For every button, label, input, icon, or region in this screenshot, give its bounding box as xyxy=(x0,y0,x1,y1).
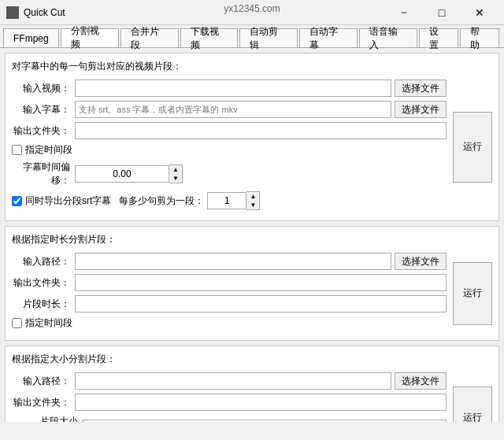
section2-run-button[interactable]: 运行 xyxy=(453,262,492,325)
section-subtitle-split: 对字幕中的每一句剪出对应的视频片段： 输入视频： 选择文件 输入字幕： 选择文件… xyxy=(5,53,499,221)
tabs-bar: FFmpeg 分割视频 合并片段 下载视频 自动剪辑 自动字幕 语音输入 设置 … xyxy=(0,25,504,48)
section2-time-range-row: 指定时间段 xyxy=(12,316,447,330)
output-input[interactable] xyxy=(75,122,447,139)
video-input-row: 输入视频： 选择文件 xyxy=(12,79,447,97)
per-sentence-spinner-btns: ▲ ▼ xyxy=(246,191,260,210)
per-sentence-label: 每多少句剪为一段： xyxy=(119,194,204,208)
export-srt-row: 同时导出分段srt字幕 每多少句剪为一段： ▲ ▼ xyxy=(12,191,447,210)
offset-up-btn[interactable]: ▲ xyxy=(169,165,182,174)
section3-size-label: 片段大小（MB）： xyxy=(12,415,83,422)
section2-path-row: 输入路径： 选择文件 xyxy=(12,253,447,270)
section1-title: 对字幕中的每一句剪出对应的视频片段： xyxy=(12,60,492,73)
time-range-row: 指定时间段 xyxy=(12,143,447,157)
tab-auto-edit[interactable]: 自动剪辑 xyxy=(239,28,298,47)
title-bar: Quick Cut yx12345.com － □ ✕ xyxy=(0,0,504,25)
offset-input[interactable] xyxy=(75,165,169,183)
section1-run-button[interactable]: 运行 xyxy=(453,112,492,183)
tab-settings[interactable]: 设置 xyxy=(419,28,458,47)
offset-down-btn[interactable]: ▼ xyxy=(169,174,182,183)
close-button[interactable]: ✕ xyxy=(461,2,498,24)
section2-path-input[interactable] xyxy=(75,253,391,270)
section3-path-row: 输入路径： 选择文件 xyxy=(12,372,447,390)
section2-title: 根据指定时长分割片段： xyxy=(12,233,492,246)
watermark: yx12345.com xyxy=(224,3,280,14)
section-size-split: 根据指定大小分割片段： 输入路径： 选择文件 输出文件夹： 片段大小（MB）： xyxy=(5,346,499,422)
tab-auto-subtitle[interactable]: 自动字幕 xyxy=(299,28,358,47)
window-controls: － □ ✕ xyxy=(386,2,498,24)
output-label: 输出文件夹： xyxy=(12,124,75,138)
app-title: Quick Cut xyxy=(24,7,386,18)
main-content: 对字幕中的每一句剪出对应的视频片段： 输入视频： 选择文件 输入字幕： 选择文件… xyxy=(0,48,504,422)
section-duration-split: 根据指定时长分割片段： 输入路径： 选择文件 输出文件夹： 片段时长： xyxy=(5,226,499,341)
per-sentence-input[interactable] xyxy=(207,192,246,209)
section2-run: 运行 xyxy=(447,253,492,334)
tab-merge-clip[interactable]: 合并片段 xyxy=(120,28,179,47)
section3-run-button[interactable]: 运行 xyxy=(453,386,492,423)
section3-output-row: 输出文件夹： xyxy=(12,394,447,411)
subtitle-input-row: 输入字幕： 选择文件 xyxy=(12,101,447,118)
subtitle-select-button[interactable]: 选择文件 xyxy=(395,101,447,118)
tab-help[interactable]: 帮助 xyxy=(460,28,499,47)
section3-select-button[interactable]: 选择文件 xyxy=(395,372,447,390)
minimize-button[interactable]: － xyxy=(386,2,422,24)
section2-output-row: 输出文件夹： xyxy=(12,274,447,291)
section3-output-label: 输出文件夹： xyxy=(12,396,75,409)
section3-run: 运行 xyxy=(447,372,492,422)
export-srt-label: 同时导出分段srt字幕 xyxy=(25,194,111,208)
per-sentence-up-btn[interactable]: ▲ xyxy=(246,192,259,201)
section3-output-input[interactable] xyxy=(75,394,447,411)
offset-label: 字幕时间偏移： xyxy=(12,161,75,187)
output-folder-row: 输出文件夹： xyxy=(12,122,447,139)
section3-title: 根据指定大小分割片段： xyxy=(12,353,492,366)
offset-spinner-wrap: ▲ ▼ xyxy=(75,165,447,183)
section2-time-range-checkbox[interactable] xyxy=(12,318,22,328)
section2-path-label: 输入路径： xyxy=(12,255,75,268)
video-select-button[interactable]: 选择文件 xyxy=(395,79,447,97)
offset-spinner-btns: ▲ ▼ xyxy=(169,165,183,183)
section2-select-button[interactable]: 选择文件 xyxy=(395,253,447,270)
tab-ffmpeg[interactable]: FFmpeg xyxy=(3,28,59,47)
per-sentence-down-btn[interactable]: ▼ xyxy=(246,201,259,209)
section2-duration-row: 片段时长： xyxy=(12,295,447,312)
section2-output-input[interactable] xyxy=(75,274,447,291)
app-icon xyxy=(6,6,19,19)
section3-form: 输入路径： 选择文件 输出文件夹： 片段大小（MB）： 指定时间段 xyxy=(12,372,447,422)
section3-path-label: 输入路径： xyxy=(12,375,75,388)
section2-output-label: 输出文件夹： xyxy=(12,276,75,290)
time-range-label: 指定时间段 xyxy=(25,143,72,157)
video-input[interactable] xyxy=(75,79,391,97)
subtitle-label: 输入字幕： xyxy=(12,103,75,116)
offset-row: 字幕时间偏移： ▲ ▼ xyxy=(12,161,447,187)
section1-run: 运行 xyxy=(447,79,492,214)
subtitle-input[interactable] xyxy=(75,101,391,118)
export-srt-checkbox[interactable] xyxy=(12,196,22,206)
section3-path-input[interactable] xyxy=(75,372,391,390)
time-range-checkbox[interactable] xyxy=(12,145,22,155)
section3-size-input[interactable] xyxy=(83,420,447,422)
tab-split-video[interactable]: 分割视频 xyxy=(61,28,119,47)
section1-form: 输入视频： 选择文件 输入字幕： 选择文件 输出文件夹： xyxy=(12,79,447,214)
section3-size-row: 片段大小（MB）： xyxy=(12,415,447,422)
section2-time-range-label: 指定时间段 xyxy=(25,316,72,330)
section2-duration-input[interactable] xyxy=(75,295,447,312)
tab-download-video[interactable]: 下载视频 xyxy=(180,28,239,47)
video-label: 输入视频： xyxy=(12,82,75,95)
section2-form: 输入路径： 选择文件 输出文件夹： 片段时长： 指定时间段 xyxy=(12,253,447,334)
restore-button[interactable]: □ xyxy=(424,2,460,24)
section2-duration-label: 片段时长： xyxy=(12,298,75,311)
tab-voice-input[interactable]: 语音输入 xyxy=(359,28,417,47)
